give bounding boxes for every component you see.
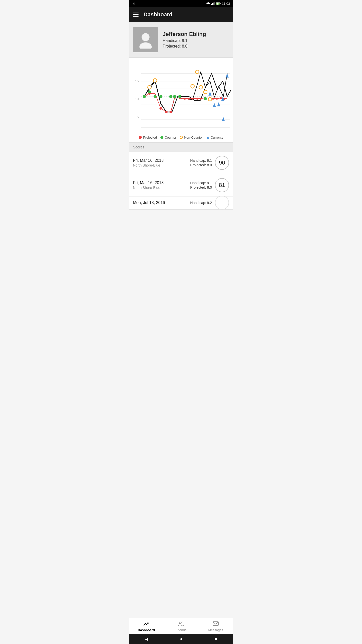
legend-counter: Counter: [160, 136, 176, 139]
score-handicap-info: Handicap: 9.1 Projected: 8.0: [190, 158, 212, 167]
app-bar: Dashboard: [129, 7, 233, 22]
svg-point-53: [153, 78, 157, 82]
svg-rect-2: [211, 4, 212, 5]
svg-point-47: [159, 95, 162, 98]
svg-point-50: [178, 95, 181, 98]
score-course: North Shore-Blue: [133, 186, 164, 190]
svg-point-29: [165, 111, 168, 113]
svg-marker-62: [222, 117, 225, 121]
svg-rect-7: [220, 3, 221, 4]
profile-name: Jefferson Ebling: [163, 31, 206, 37]
score-row-left: Fri, Mar 16, 2018 North Shore-Blue: [133, 181, 164, 190]
avatar: [133, 27, 158, 52]
svg-point-30: [169, 111, 172, 113]
profile-info: Jefferson Ebling Handicap: 9.1 Projected…: [163, 31, 206, 49]
main-content: Jefferson Ebling Handicap: 9.1 Projected…: [129, 22, 233, 235]
score-row-right: Handicap: 9.1 Projected: 8.0 81: [190, 178, 229, 192]
status-bar: ⚙ 11:03: [129, 0, 233, 7]
svg-point-45: [148, 90, 151, 93]
svg-point-42: [220, 97, 222, 99]
svg-point-48: [169, 95, 172, 98]
svg-point-44: [143, 95, 146, 98]
svg-rect-5: [214, 2, 215, 5]
svg-marker-60: [213, 103, 216, 107]
score-handicap-info: Handicap: 9.1 Projected: 8.0: [190, 181, 212, 189]
score-circle: 90: [215, 156, 229, 170]
svg-point-43: [223, 98, 225, 100]
svg-point-41: [216, 98, 218, 100]
profile-card: Jefferson Ebling Handicap: 9.1 Projected…: [129, 22, 233, 57]
score-date: Fri, Mar 16, 2018: [133, 181, 164, 185]
score-handicap-val: Handicap: 9.1: [190, 181, 212, 185]
svg-rect-3: [212, 3, 213, 5]
svg-text:5: 5: [137, 115, 139, 119]
signal-icon: [211, 2, 215, 5]
profile-projected: Projected: 8.0: [163, 44, 206, 49]
svg-marker-59: [208, 91, 211, 95]
svg-marker-63: [226, 73, 229, 77]
svg-rect-4: [213, 3, 214, 5]
score-row-left: Mon, Jul 18, 2016: [133, 200, 165, 205]
score-circle: [215, 196, 229, 210]
svg-point-52: [148, 86, 151, 89]
score-row[interactable]: Mon, Jul 18, 2016 Handicap: 9.2: [129, 196, 233, 210]
app-title: Dashboard: [144, 11, 172, 18]
score-date: Fri, Mar 16, 2018: [133, 158, 164, 163]
chart-container: 15 10 5: [129, 57, 233, 143]
score-handicap-val: Handicap: 9.2: [190, 201, 212, 205]
svg-point-54: [191, 85, 194, 88]
score-date: Mon, Jul 18, 2016: [133, 200, 165, 205]
score-circle: 81: [215, 178, 229, 192]
hamburger-menu[interactable]: [133, 13, 139, 17]
legend-projected: Projected: [139, 136, 157, 139]
svg-point-56: [199, 86, 202, 89]
svg-point-35: [192, 98, 194, 100]
score-row[interactable]: Fri, Mar 16, 2018 North Shore-Blue Handi…: [129, 174, 233, 196]
status-time: 11:03: [222, 2, 230, 6]
svg-text:15: 15: [135, 79, 139, 83]
svg-point-12: [142, 33, 150, 41]
wifi-icon: [206, 2, 210, 5]
svg-point-55: [195, 70, 199, 74]
svg-point-51: [204, 97, 207, 100]
svg-marker-65: [207, 136, 209, 139]
score-row-right: Handicap: 9.1 Projected: 8.0 90: [190, 156, 229, 170]
svg-point-34: [188, 98, 190, 100]
score-projected-val: Projected: 8.0: [190, 163, 212, 167]
svg-point-13: [140, 43, 152, 49]
profile-handicap: Handicap: 9.1: [163, 38, 206, 43]
svg-point-37: [200, 98, 202, 100]
score-row-left: Fri, Mar 16, 2018 North Shore-Blue: [133, 158, 164, 167]
svg-point-28: [159, 107, 162, 110]
svg-point-49: [173, 95, 176, 98]
svg-text:10: 10: [135, 97, 139, 101]
svg-point-40: [212, 98, 214, 100]
svg-point-46: [154, 95, 157, 98]
svg-point-33: [184, 98, 186, 100]
score-handicap-info: Handicap: 9.2: [190, 201, 212, 205]
score-course: North Shore-Blue: [133, 163, 164, 167]
svg-point-36: [196, 98, 198, 100]
scores-section-header: Scores: [129, 143, 233, 152]
score-row-right: Handicap: 9.2: [190, 196, 229, 210]
legend-currents: Currents: [206, 136, 223, 139]
score-row[interactable]: Fri, Mar 16, 2018 North Shore-Blue Handi…: [129, 152, 233, 174]
handicap-chart: 15 10 5: [131, 61, 231, 133]
score-handicap-val: Handicap: 9.1: [190, 158, 212, 163]
svg-point-57: [204, 90, 207, 94]
chart-legend: Projected Counter Non-Counter Currents: [131, 134, 231, 140]
score-projected-val: Projected: 8.0: [190, 185, 212, 189]
svg-point-58: [208, 97, 212, 101]
legend-noncounter: Non-Counter: [180, 136, 203, 139]
battery-icon: [216, 2, 221, 5]
